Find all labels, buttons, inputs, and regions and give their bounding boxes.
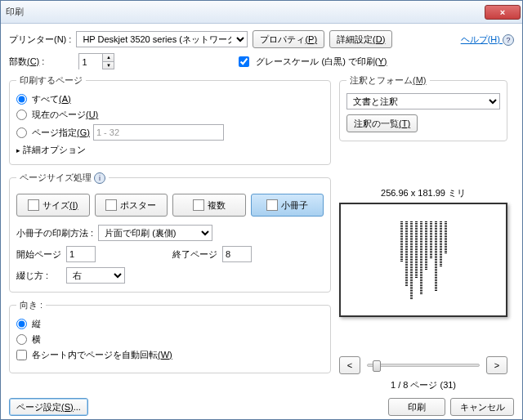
tab-poster[interactable]: ポスター [95,194,168,217]
spin-down-icon[interactable]: ▼ [102,62,114,69]
window-title: 印刷 [6,6,485,18]
cancel-button[interactable]: キャンセル [450,398,514,416]
booklet-method-select[interactable]: 片面で印刷 (裏側) [98,225,212,241]
start-page-label: 開始ページ [16,248,61,261]
printer-label: プリンター(N) : [9,34,71,46]
preview-prev-button[interactable]: < [339,356,360,374]
annotations-summary-button[interactable]: 注釈の一覧(T) [346,114,418,132]
sizing-legend: ページサイズ処理 i [16,172,109,184]
annotations-group: 注釈とフォーム(M) 文書と注釈 注釈の一覧(T) [339,74,507,141]
end-page-input[interactable] [222,246,252,262]
binding-select[interactable]: 右 [66,267,125,284]
size-icon [28,199,39,211]
page-setup-button[interactable]: ページ設定(S)... [9,398,88,416]
orientation-portrait-radio[interactable] [16,319,27,329]
preview-next-button[interactable]: > [486,356,507,374]
help-icon: ? [503,34,514,46]
orientation-portrait-label: 縦 [32,318,41,330]
properties-button[interactable]: プロパティ(P) [253,30,324,48]
end-page-label: 終了ページ [172,248,217,261]
annotations-legend: 注釈とフォーム(M) [346,74,430,87]
pages-all-radio[interactable] [16,94,27,105]
pages-current-label: 現在のページ(U) [32,109,98,121]
pages-more-disclose[interactable]: 詳細オプション [16,144,324,156]
pages-all-label: すべて(A) [32,93,71,105]
printer-select[interactable]: HP Deskjet 3520 series (ネットワーク) [76,31,248,47]
poster-icon [105,199,117,211]
tab-multiple[interactable]: 複数 [172,194,246,217]
sizing-group: ページサイズ処理 i サイズ(I) ポスター 複数 小冊子 小冊子の印刷方法 :… [9,172,331,293]
start-page-input[interactable] [66,246,96,262]
preview-dimensions: 256.96 x 181.99 ミリ [339,187,507,199]
pages-range-label: ページ指定(G) [32,127,90,139]
multiple-icon [193,199,204,211]
pages-range-input[interactable] [93,124,224,141]
spin-up-icon[interactable]: ▲ [102,54,114,62]
grayscale-label: グレースケール (白黒) で印刷(Y) [256,56,387,68]
orientation-landscape-label: 横 [32,333,41,346]
preview-pager: 1 / 8 ページ (31) [339,379,507,391]
info-icon[interactable]: i [94,172,105,184]
orientation-group: 向き : 縦 横 各シート内でページを自動回転(W) [9,299,331,373]
copies-input[interactable] [79,54,102,70]
pages-range-radio[interactable] [16,127,27,138]
pages-legend: 印刷するページ [16,74,86,87]
close-button[interactable]: × [485,5,521,20]
pages-group: 印刷するページ すべて(A) 現在のページ(U) ページ指定(G) 詳細オプショ… [9,74,331,165]
orientation-landscape-radio[interactable] [16,334,27,345]
annotations-select[interactable]: 文書と注釈 [346,93,500,109]
advanced-button[interactable]: 詳細設定(D) [329,30,392,48]
help-link[interactable]: ヘルプ(H) ? [461,34,514,46]
preview-content [400,221,447,299]
autorotate-label: 各シート内でページを自動回転(W) [32,349,172,361]
booklet-method-label: 小冊子の印刷方法 : [16,227,93,239]
copies-label: 部数(C) : [9,56,44,68]
preview-pane [339,203,507,317]
binding-label: 綴じ方 : [16,270,61,282]
tab-booklet[interactable]: 小冊子 [251,194,324,217]
slider-thumb[interactable] [373,360,381,372]
booklet-icon [266,199,278,211]
tab-size[interactable]: サイズ(I) [16,194,90,217]
pages-current-radio[interactable] [16,109,27,120]
print-button[interactable]: 印刷 [388,398,445,416]
grayscale-checkbox[interactable] [239,56,249,67]
preview-slider[interactable] [367,364,480,367]
titlebar: 印刷 × [1,1,522,24]
orientation-legend: 向き : [16,299,46,311]
autorotate-checkbox[interactable] [16,350,27,360]
copies-stepper[interactable]: ▲▼ [78,53,114,69]
